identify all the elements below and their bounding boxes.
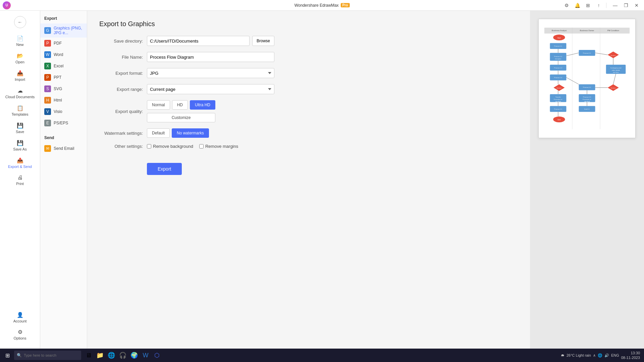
export-format-field: JPG PNG BMP TIFF xyxy=(147,68,274,78)
html-icon: H xyxy=(44,97,51,104)
sidebar-item-svg[interactable]: S SVG xyxy=(40,83,87,95)
svg-text:Transfer: Transfer xyxy=(555,96,561,98)
file-name-label: File Name: xyxy=(99,55,143,60)
email-icon: ✉ xyxy=(44,145,51,152)
customize-button[interactable]: Customize xyxy=(147,113,215,122)
open-icon: 📂 xyxy=(17,53,23,59)
svg-text:text here: text here xyxy=(613,71,619,73)
share-icon[interactable]: ↑ xyxy=(594,1,603,10)
nav-item-open[interactable]: 📂 Open xyxy=(2,50,38,67)
minimize-button[interactable]: — xyxy=(610,1,620,10)
taskbar-app-headphones[interactable]: 🎧 xyxy=(117,350,128,361)
settings-icon[interactable]: ⚙ xyxy=(562,1,571,10)
app-title: Wondershare EdrawMax xyxy=(294,3,339,8)
export-section-title: Export xyxy=(40,15,87,23)
graphics-icon: G xyxy=(44,27,51,34)
templates-icon: 📋 xyxy=(17,105,23,111)
chevron-icon[interactable]: ∧ xyxy=(593,353,596,358)
browse-button[interactable]: Browse xyxy=(252,36,274,46)
taskbar-app-edge[interactable]: 🌐 xyxy=(106,350,117,361)
sidebar-item-visio[interactable]: V Visio xyxy=(40,106,87,117)
sidebar-item-graphics[interactable]: G Graphics (PNG, JPG e... xyxy=(40,23,87,38)
sidebar-item-ppt[interactable]: P PPT xyxy=(40,72,87,83)
search-icon: 🔍 xyxy=(17,353,22,358)
new-icon: 📄 xyxy=(17,35,23,42)
export-icon: 📤 xyxy=(17,157,23,164)
export-sidebar: Export G Graphics (PNG, JPG e... P PDF W… xyxy=(40,11,87,349)
taskbar-apps: 🖥 📁 🌐 🎧 🌍 W ⬡ xyxy=(83,350,162,361)
avatar[interactable]: U xyxy=(3,1,11,9)
save-directory-row: Save directory: Browse xyxy=(99,36,518,46)
svg-icon: S xyxy=(44,85,51,92)
sidebar-item-email[interactable]: ✉ Send Email xyxy=(40,143,87,154)
nav-item-export[interactable]: 📤 Export & Send xyxy=(2,155,38,171)
nav-item-cloud[interactable]: ☁ Cloud Documents xyxy=(2,85,38,102)
import-icon: 📥 xyxy=(17,70,23,76)
titlebar-center: Wondershare EdrawMax Pro xyxy=(294,3,350,8)
taskbar-search-input[interactable] xyxy=(24,353,77,357)
taskbar-app-edrawmax[interactable]: ⬡ xyxy=(152,350,162,361)
remove-margins-checkbox[interactable] xyxy=(199,144,204,148)
svg-text:Process 2-3: Process 2-3 xyxy=(583,96,591,98)
watermark-label: Watermark settings: xyxy=(99,131,143,136)
svg-text:Decision: Decision xyxy=(611,55,616,56)
sidebar-item-pdf[interactable]: P PDF xyxy=(40,38,87,49)
file-name-input[interactable] xyxy=(147,52,274,62)
word-icon: W xyxy=(44,51,51,58)
taskbar-app-chrome[interactable]: 🌍 xyxy=(129,350,140,361)
watermark-none-button[interactable]: No watermarks xyxy=(172,128,209,138)
back-button[interactable]: ← xyxy=(14,16,26,28)
svg-text:Process 1-5: Process 1-5 xyxy=(554,108,562,110)
grid-icon[interactable]: ⊞ xyxy=(583,1,593,10)
remove-margins-label[interactable]: Remove margins xyxy=(199,144,238,149)
svg-text:Process 2-1: Process 2-1 xyxy=(583,52,591,54)
taskbar-tray: 🌧 26°C Light rain ∧ 🌐 🔊 ENG 13:30 08-11-… xyxy=(558,351,643,360)
close-button[interactable]: ✕ xyxy=(632,1,641,10)
quality-normal-button[interactable]: Normal xyxy=(147,100,170,110)
notification-icon[interactable]: 🔔 xyxy=(573,1,582,10)
sidebar-item-excel[interactable]: X Excel xyxy=(40,60,87,72)
export-range-select[interactable]: Current page All pages Selected objects xyxy=(147,84,274,94)
export-format-label: Export format: xyxy=(99,71,143,76)
taskbar-search[interactable]: 🔍 xyxy=(14,351,81,360)
volume-icon[interactable]: 🔊 xyxy=(604,353,609,358)
quality-ultrahd-button[interactable]: Ultra HD xyxy=(190,100,215,110)
watermark-default-button[interactable]: Default xyxy=(147,128,170,138)
taskbar-app-explorer[interactable]: 🖥 xyxy=(83,350,94,361)
save-icon: 💾 xyxy=(17,122,23,129)
save-directory-input[interactable] xyxy=(147,36,250,46)
nav-item-saveas[interactable]: 💾 Save As xyxy=(2,137,38,154)
save-directory-label: Save directory: xyxy=(99,39,143,44)
remove-background-checkbox[interactable] xyxy=(147,144,151,148)
export-format-select[interactable]: JPG PNG BMP TIFF xyxy=(147,68,274,78)
nav-item-account[interactable]: 👤 Account xyxy=(2,309,38,326)
taskbar-app-folder[interactable]: 📁 xyxy=(95,350,105,361)
sidebar-item-pseps[interactable]: E PS/EPS xyxy=(40,117,87,129)
word-label: Word xyxy=(54,52,63,57)
quality-hd-button[interactable]: HD xyxy=(172,100,188,110)
preview-card: Business Analyst Business Owner PM Condi… xyxy=(538,19,636,138)
pro-badge: Pro xyxy=(341,3,350,7)
taskbar-time: 13:30 08-11-2023 xyxy=(621,351,640,360)
sidebar-item-word[interactable]: W Word xyxy=(40,49,87,60)
taskbar-app-word[interactable]: W xyxy=(140,350,151,361)
sidebar-item-html[interactable]: H Html xyxy=(40,95,87,106)
directory-field-group: Browse xyxy=(147,36,274,46)
nav-item-new[interactable]: 📄 New xyxy=(2,33,38,49)
export-range-row: Export range: Current page All pages Sel… xyxy=(99,84,518,94)
nav-item-print[interactable]: 🖨 Print xyxy=(2,172,38,188)
network-icon[interactable]: 🌐 xyxy=(598,353,602,358)
svg-text:Procedure or: Procedure or xyxy=(554,99,562,100)
remove-background-label[interactable]: Remove background xyxy=(147,144,193,149)
nav-item-import[interactable]: 📥 Import xyxy=(2,67,38,84)
start-button[interactable]: ⊞ xyxy=(1,349,13,361)
nav-item-options[interactable]: ⚙ Options xyxy=(2,326,38,343)
export-button[interactable]: Export xyxy=(147,163,182,175)
nav-item-templates[interactable]: 📋 Templates xyxy=(2,102,38,119)
nav-item-save[interactable]: 💾 Save xyxy=(2,120,38,136)
pseps-icon: E xyxy=(44,120,51,126)
html-label: Html xyxy=(54,98,62,103)
weather-icon: 🌧 xyxy=(561,353,565,357)
diagram-preview: Business Analyst Business Owner PM Condi… xyxy=(543,23,631,134)
restore-button[interactable]: ❐ xyxy=(621,1,631,10)
